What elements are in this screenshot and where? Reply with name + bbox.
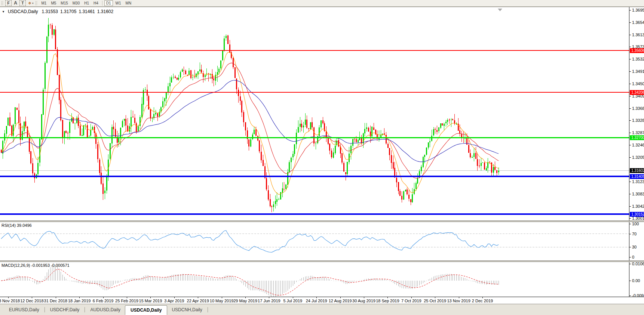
chart-tabs-bar: EURUSD,DailyUSDCHF,DailyAUDUSD,DailyUSDC…	[0, 304, 644, 315]
shapes-tool-icon[interactable]: ❖ ▾	[27, 0, 35, 6]
timeframe-button-h4[interactable]: H4	[92, 0, 100, 6]
candlestick-plot[interactable]	[0, 7, 629, 220]
date-label: 25 Feb 2019	[115, 299, 138, 303]
timeframe-button-m1[interactable]: M1	[39, 0, 48, 6]
date-label: 12 Aug 2019	[329, 299, 352, 303]
price-badge-level: 1.30152	[630, 212, 644, 217]
timeframe-button-m30[interactable]: M30	[71, 0, 82, 6]
date-tick	[387, 297, 388, 298]
top-toolbar: F A T ❖ ▾ M1M5M15M30H1H4D1W1MN	[0, 0, 644, 7]
chart-dropdown-icon[interactable]: ▼	[2, 10, 5, 13]
high-value: 1.31705	[60, 9, 76, 14]
rsi-label: RSI(14) 39.0496	[1, 223, 32, 228]
date-label: 5 Jul 2019	[283, 299, 302, 303]
price-badge-current: 1.31602	[630, 168, 644, 173]
ma-fast-line[interactable]	[1, 52, 499, 195]
date-label: 24 Jul 2019	[306, 299, 327, 303]
macd-histogram	[1, 265, 499, 297]
price-axis-label: 1.31230	[629, 180, 644, 184]
price-axis-label: 1.33280	[629, 118, 644, 123]
rsi-axis-label: 0	[629, 255, 644, 259]
low-value: 1.31461	[79, 9, 95, 14]
chart-shift-marker[interactable]	[498, 9, 502, 11]
date-tick	[316, 297, 317, 298]
date-label: 15 Mar 2019	[139, 299, 162, 303]
fibonacci-tool-icon[interactable]: F	[5, 0, 12, 6]
date-label: 22 Apr 2019	[187, 299, 209, 303]
price-badge-level: 1.32700	[630, 135, 644, 140]
date-label: 10 May 2019	[210, 299, 234, 303]
macd-axis-label: 0.010615	[629, 262, 644, 266]
date-tick	[56, 297, 56, 298]
macd-axis-label: 0.00	[629, 279, 644, 283]
date-tick	[32, 297, 32, 298]
price-axis-label: 1.32460	[629, 143, 644, 147]
close-value: 1.31602	[97, 9, 113, 14]
mt4-window: F A T ❖ ▾ M1M5M15M30H1H4D1W1MN ▼ USDCAD,…	[0, 0, 644, 315]
date-label: 29 May 2019	[233, 299, 257, 303]
text-a-icon[interactable]: A	[12, 0, 19, 6]
date-label: 3 Apr 2019	[164, 299, 184, 303]
date-label: 30 Aug 2019	[352, 299, 375, 303]
timeframe-button-group: M1M5M15M30H1H4D1W1MN	[39, 0, 134, 6]
tab-usdchf[interactable]: USDCHF,Daily	[46, 306, 84, 314]
date-label: 23 Nov 2018	[0, 299, 20, 303]
tab-divider	[85, 307, 85, 312]
price-axis-label: 1.33680	[629, 106, 644, 111]
tab-audusd[interactable]: AUDUSD,Daily	[86, 306, 125, 314]
toolbar-group-handle[interactable]	[36, 1, 37, 5]
date-tick	[8, 297, 9, 298]
date-tick	[150, 297, 151, 298]
timeframe-button-d1[interactable]: D1	[104, 0, 113, 6]
toolbar-separator	[102, 1, 102, 6]
chart-title: ▼ USDCAD,Daily 1.31553 1.31705 1.31461 1…	[2, 9, 113, 14]
price-axis-label: 1.34500	[629, 82, 644, 86]
price-badge-level: 1.31405	[630, 174, 644, 179]
price-axis-label: 1.36130	[629, 33, 644, 37]
rsi-axis-label: 100	[629, 222, 644, 226]
rsi-axis[interactable]: 10070300	[629, 222, 644, 260]
macd-plot[interactable]	[0, 262, 629, 297]
date-label: 12 Dec 2018	[20, 299, 43, 303]
chevron-down-icon: ▾	[32, 1, 34, 6]
date-label: 7 Oct 2019	[401, 299, 421, 303]
date-tick	[245, 297, 246, 298]
date-tick	[364, 297, 364, 298]
date-tick	[103, 297, 104, 298]
price-axis-label: 1.30420	[629, 204, 644, 209]
shapes-glyph: ❖	[28, 1, 31, 6]
tab-usdcad[interactable]: USDCAD,Daily	[125, 305, 167, 315]
toolbar-drag-handle[interactable]	[1, 1, 3, 5]
main-chart-panel: ▼ USDCAD,Daily 1.31553 1.31705 1.31461 1…	[0, 7, 644, 220]
macd-axis[interactable]: 0.0106150.00-0.00918	[629, 262, 644, 297]
tab-usdcnh[interactable]: USDCNH,Daily	[167, 306, 206, 314]
timeframe-button-h1[interactable]: H1	[82, 0, 91, 6]
chart-window: ▼ USDCAD,Daily 1.31553 1.31705 1.31461 1…	[0, 7, 644, 304]
macd-panel: MACD(12,26,9) -0.001953 -0.000571 0.0106…	[0, 262, 644, 297]
date-label: 25 Oct 2019	[424, 299, 446, 303]
tab-divider	[208, 307, 208, 312]
price-axis-label: 1.36540	[629, 21, 644, 25]
macd-signal-line[interactable]	[1, 269, 499, 296]
date-axis[interactable]: 23 Nov 201812 Dec 201831 Dec 201818 Jan …	[0, 297, 644, 304]
price-axis-label: 1.30830	[629, 192, 644, 196]
date-label: 2 Dec 2019	[472, 299, 493, 303]
timeframe-button-w1[interactable]: W1	[114, 0, 123, 6]
tab-eurusd[interactable]: EURUSD,Daily	[4, 306, 44, 314]
date-tick	[435, 297, 435, 298]
rsi-panel: RSI(14) 39.0496 10070300	[0, 222, 644, 260]
rsi-plot[interactable]	[0, 222, 629, 260]
date-label: 17 Jun 2019	[258, 299, 280, 303]
timeframe-button-m15[interactable]: M15	[59, 0, 70, 6]
rsi-axis-label: 70	[629, 232, 644, 236]
price-axis[interactable]: 1.369501.365401.361301.357301.353201.349…	[629, 7, 644, 220]
timeframe-button-mn[interactable]: MN	[124, 0, 134, 6]
date-tick	[174, 297, 175, 298]
candlestick-series	[1, 18, 499, 213]
text-label-icon[interactable]: T	[19, 0, 26, 6]
price-axis-label: 1.32870	[629, 131, 644, 135]
date-tick	[340, 297, 341, 298]
date-tick	[269, 297, 269, 298]
price-axis-label: 1.32050	[629, 155, 644, 160]
timeframe-button-m5[interactable]: M5	[49, 0, 58, 6]
